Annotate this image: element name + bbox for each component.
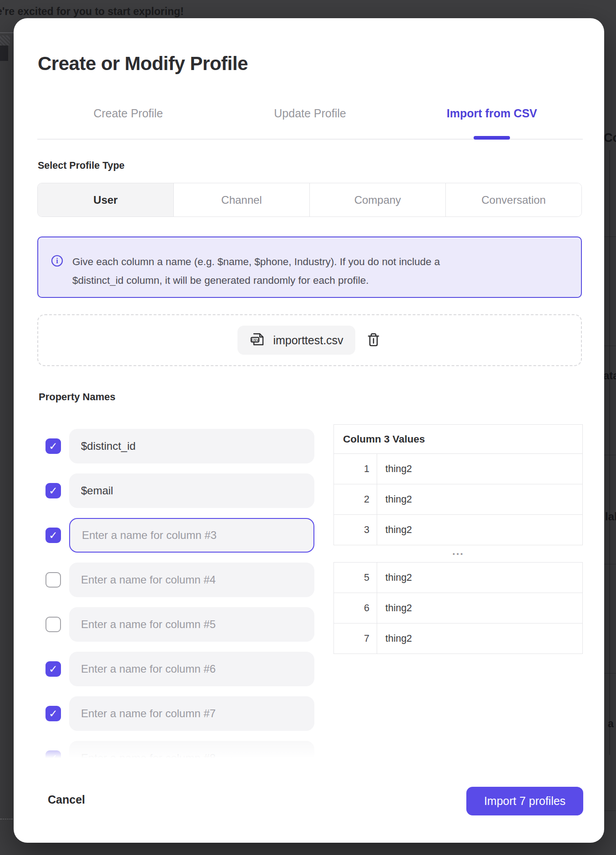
background-row-line (604, 346, 616, 346)
property-checkbox-8[interactable]: ✓ (45, 750, 61, 760)
property-row (14, 563, 333, 597)
table-row: 1 thing2 (334, 454, 583, 484)
table-ellipsis: ... (333, 545, 583, 558)
profile-type-label: Select Profile Type (38, 160, 125, 171)
csv-file-icon: CSV (249, 331, 267, 350)
column-values-header: Column 3 Values (334, 425, 583, 454)
background-table-line (609, 150, 610, 755)
property-row: ✓ (14, 652, 333, 686)
row-value: thing2 (377, 593, 583, 624)
row-value: thing2 (377, 484, 583, 515)
table-row: 2 thing2 (334, 484, 583, 515)
property-checkbox-4[interactable] (45, 572, 61, 588)
row-index: 2 (334, 484, 377, 515)
property-checkbox-1[interactable]: ✓ (45, 438, 61, 454)
uploaded-file-chip: CSV importtest.csv (237, 326, 355, 355)
row-index: 3 (334, 515, 377, 545)
property-name-input-3[interactable] (69, 518, 314, 553)
svg-text:CSV: CSV (252, 338, 259, 342)
table-row: 7 thing2 (334, 624, 583, 654)
trash-icon (365, 332, 382, 349)
property-name-input-8[interactable] (69, 741, 314, 760)
profile-type-segmented-control: UserChannelCompanyConversation (37, 183, 582, 217)
property-name-input-6[interactable] (69, 652, 314, 686)
background-text-fragment: a (608, 718, 614, 730)
tab-update-profile[interactable]: Update Profile (219, 103, 401, 124)
info-icon: i (51, 255, 63, 269)
csv-dropzone[interactable]: CSV importtest.csv (37, 314, 582, 366)
property-name-input-1[interactable] (69, 429, 314, 463)
property-row: ✓ (14, 696, 333, 731)
property-name-input-4[interactable] (69, 563, 314, 597)
row-index: 7 (334, 624, 377, 654)
uploaded-file-name: importtest.csv (273, 334, 343, 347)
table-row: 3 thing2 (334, 515, 583, 545)
property-checkbox-5[interactable] (45, 617, 61, 632)
tab-bar: Create ProfileUpdate ProfileImport from … (37, 103, 583, 124)
property-row: ✓ (14, 518, 333, 553)
active-tab-indicator (474, 136, 510, 140)
background-banner-text: e're excited for you to start exploring! (0, 5, 184, 18)
profile-type-company[interactable]: Company (309, 183, 445, 216)
dialog-title: Create or Modify Profile (38, 53, 248, 75)
remove-file-button[interactable] (365, 332, 382, 349)
property-row (14, 607, 333, 642)
property-row: ✓ (14, 429, 333, 463)
column-values-table-top: Column 3 Values 1 thing2 2 thing2 3 thin… (333, 424, 583, 545)
row-value: thing2 (377, 515, 583, 545)
background-row-line (604, 673, 616, 674)
row-value: thing2 (377, 454, 583, 484)
tab-create-profile[interactable]: Create Profile (37, 103, 219, 124)
column-values-table-bottom: 5 thing2 6 thing2 7 thing2 (333, 562, 583, 654)
profile-type-conversation[interactable]: Conversation (445, 183, 581, 216)
background-dotted-line (0, 819, 13, 820)
property-row: ✓ (14, 473, 333, 508)
background-text-fragment: lal (605, 510, 616, 523)
import-profiles-button[interactable]: Import 7 profiles (466, 787, 583, 815)
info-banner: i Give each column a name (e.g. $name, $… (37, 236, 582, 298)
property-checkbox-6[interactable]: ✓ (45, 661, 61, 677)
svg-text:i: i (56, 257, 58, 265)
background-row-line (604, 455, 616, 455)
background-bar-fragment (0, 45, 8, 61)
background-row-line (604, 236, 616, 237)
property-name-input-5[interactable] (69, 607, 314, 642)
background-row-line (604, 564, 616, 564)
row-index: 6 (334, 593, 377, 624)
property-checkbox-2[interactable]: ✓ (45, 483, 61, 498)
property-name-input-7[interactable] (69, 696, 314, 731)
row-index: 1 (334, 454, 377, 484)
profile-type-user[interactable]: User (38, 183, 173, 216)
profile-type-channel[interactable]: Channel (173, 183, 309, 216)
row-value: thing2 (377, 563, 583, 593)
info-text: Give each column a name (e.g. $name, $ph… (72, 252, 440, 290)
cancel-button[interactable]: Cancel (48, 793, 85, 806)
background-divider-fragment (0, 32, 14, 33)
property-names-list: ✓ ✓ ✓ ✓ ✓ ✓ (14, 429, 333, 760)
property-names-heading: Property Names (39, 391, 116, 403)
property-name-input-2[interactable] (69, 473, 314, 508)
background-text-fragment: Co (604, 131, 616, 145)
background-stripe-fragment (0, 35, 10, 45)
property-checkbox-7[interactable]: ✓ (45, 706, 61, 721)
create-or-modify-profile-dialog: Create or Modify Profile Create ProfileU… (14, 18, 604, 843)
table-row: 5 thing2 (334, 563, 583, 593)
property-row: ✓ (14, 741, 333, 760)
table-row: 6 thing2 (334, 593, 583, 624)
property-checkbox-3[interactable]: ✓ (45, 528, 61, 543)
row-value: thing2 (377, 624, 583, 654)
background-row-line (604, 810, 616, 811)
row-index: 5 (334, 563, 377, 593)
tab-import-from-csv[interactable]: Import from CSV (401, 103, 583, 124)
